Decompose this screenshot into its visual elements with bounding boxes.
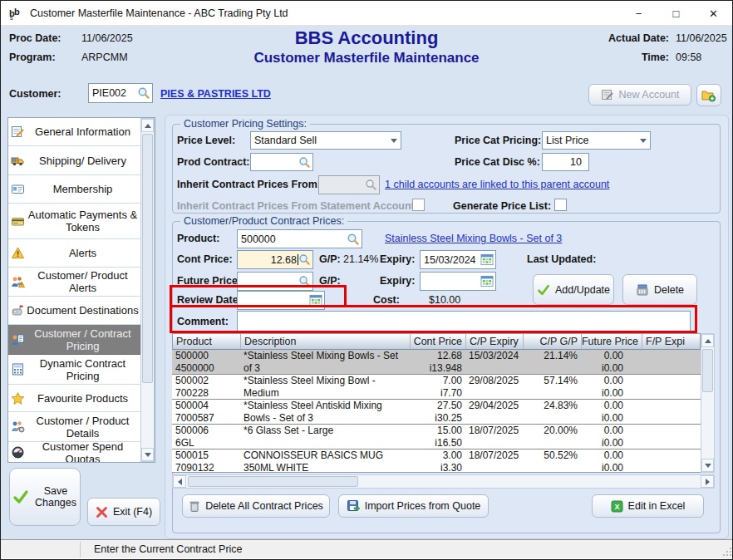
- sidebar-item-label: General Information: [27, 125, 140, 138]
- review-date-input[interactable]: [237, 291, 325, 310]
- sidebar-scrollbar[interactable]: [140, 118, 155, 462]
- sidebar-item-customer-product-alerts[interactable]: Customer/ Product Alerts: [8, 268, 140, 297]
- close-button[interactable]: ✕: [695, 1, 732, 26]
- scroll-up-arrow-icon[interactable]: [141, 119, 154, 132]
- inherit-statement-checkbox[interactable]: [412, 199, 425, 211]
- window-title: Customer Masterfile Maintenance - ABC Tr…: [30, 7, 288, 19]
- table-horizontal-scrollbar[interactable]: [172, 474, 715, 489]
- column-header-cp-gp[interactable]: C/P G/P: [524, 334, 582, 349]
- sidebar-item-favourite-products[interactable]: Favourite Products: [8, 385, 140, 412]
- table-row[interactable]: 5000066GL *6 Glass Set - Large 15.00i16.…: [172, 425, 701, 449]
- child-accounts-link[interactable]: 1 child accounts are linked to this pare…: [385, 179, 609, 190]
- app-logo-icon: b b s: [8, 6, 23, 21]
- sidebar-item-customer-product-details[interactable]: Customer / Product Details: [8, 412, 140, 442]
- prod-contract-input[interactable]: [250, 153, 313, 171]
- sidebar-item-shipping-delivery[interactable]: Shipping/ Delivery: [8, 146, 140, 175]
- maximize-button[interactable]: □: [657, 1, 695, 26]
- column-header-product[interactable]: Product: [173, 334, 241, 349]
- price-cat-pricing-select[interactable]: List Price: [542, 131, 651, 150]
- product-input[interactable]: 500000: [237, 229, 362, 248]
- contract-prices-legend: Customer/Product Contract Prices:: [180, 215, 347, 227]
- future-expiry-input[interactable]: [420, 272, 496, 291]
- sidebar-item-customer-contract-pricing[interactable]: Customer / Contract Pricing: [8, 325, 140, 355]
- scroll-left-arrow-icon[interactable]: [173, 475, 186, 488]
- app-window: b b s Customer Masterfile Maintenance - …: [0, 0, 733, 560]
- chevron-down-icon: [391, 139, 397, 143]
- expiry-label: Expiry:: [380, 253, 415, 265]
- comment-input[interactable]: [237, 311, 691, 332]
- cont-price-input[interactable]: 12.68: [237, 250, 313, 269]
- inherit-statement-label: Inherit Contract Prices From Statement A…: [177, 200, 418, 212]
- add-update-button[interactable]: Add/Update: [533, 274, 614, 305]
- minimize-button[interactable]: −: [620, 1, 657, 26]
- cell-fp-expiry: [642, 425, 699, 449]
- cell-cp-expiry: 29/08/2025: [465, 375, 523, 399]
- customer-spend-quotas-icon: [11, 445, 25, 459]
- inherit-contract-from-input[interactable]: [318, 175, 380, 194]
- dynamic-contract-pricing-icon: [11, 362, 25, 376]
- prod-contract-lookup-icon[interactable]: [298, 156, 311, 169]
- new-account-button[interactable]: New Account: [588, 84, 691, 106]
- sidebar-item-label: Customer/ Product Alerts: [27, 269, 140, 294]
- table-row[interactable]: 500002700228 *Stainless Steel Mixing Bow…: [172, 375, 701, 400]
- svg-text:s: s: [10, 15, 13, 21]
- column-header-cont-price[interactable]: Cont Price: [411, 334, 466, 349]
- sidebar-item-document-destinations[interactable]: Document Destinations: [8, 297, 140, 325]
- scroll-up-arrow-icon[interactable]: [701, 334, 714, 347]
- cell-future-price: 0.00i0.00: [581, 425, 642, 449]
- expiry-input[interactable]: 15/03/2024: [420, 250, 496, 269]
- add-customer-folder-button[interactable]: [696, 84, 721, 106]
- calendar-icon[interactable]: [309, 294, 322, 307]
- import-prices-from-quote-button[interactable]: Import Prices from Quote: [338, 494, 489, 518]
- price-cat-disc-input[interactable]: 10: [542, 153, 589, 171]
- cell-cp-expiry: 18/07/2025: [465, 449, 523, 472]
- sidebar-item-dynamic-contract-pricing[interactable]: Dynamic Contract Pricing: [8, 355, 140, 385]
- scroll-down-arrow-icon[interactable]: [701, 459, 714, 472]
- calendar-icon[interactable]: [480, 275, 494, 287]
- cell-fp-expiry: [642, 400, 699, 424]
- table-row[interactable]: 5000047000587 *Stainless Steel Antiskid …: [172, 400, 701, 425]
- sidebar-item-customer-spend-quotas[interactable]: Customer Spend Quotas: [8, 442, 140, 463]
- table-row[interactable]: 5000157090132 CONNOISSEUR BASICS MUG350M…: [172, 449, 701, 473]
- customer-name-link[interactable]: PIES & PASTRIES LTD: [160, 88, 271, 100]
- customer-lookup-icon[interactable]: [137, 86, 150, 100]
- product-name-link[interactable]: Stainless Steel Mixing Bowls - Set of 3: [385, 233, 562, 244]
- column-header-description[interactable]: Description: [241, 334, 411, 349]
- resize-grip-icon[interactable]: [722, 547, 732, 557]
- save-changes-button[interactable]: Save Changes: [9, 468, 81, 526]
- sidebar-item-alerts[interactable]: Alerts: [8, 239, 140, 268]
- sidebar-item-membership[interactable]: Membership: [8, 175, 140, 204]
- cont-price-lookup-icon[interactable]: [298, 253, 311, 266]
- customer-code-value: PIE002: [92, 87, 137, 99]
- generate-price-list-checkbox[interactable]: [554, 199, 567, 211]
- product-lookup-icon[interactable]: [347, 233, 360, 246]
- scrollbar-thumb[interactable]: [702, 349, 713, 392]
- inherit-lookup-icon[interactable]: [365, 179, 377, 191]
- sidebar-item-general-information[interactable]: General Information: [8, 118, 140, 146]
- future-price-input[interactable]: [237, 272, 313, 291]
- status-separator: [80, 542, 81, 558]
- calendar-icon[interactable]: [480, 253, 494, 266]
- exit-button[interactable]: Exit (F4): [87, 498, 160, 526]
- chevron-down-icon: [640, 139, 647, 143]
- scroll-right-arrow-icon[interactable]: [701, 475, 714, 488]
- column-header-future-price[interactable]: Future Price: [582, 334, 642, 349]
- price-level-select[interactable]: Standard Sell: [250, 131, 401, 150]
- exit-label: Exit (F4): [113, 506, 152, 518]
- table-row[interactable]: 5000004500000 *Stainless Steel Mixing Bo…: [172, 350, 701, 375]
- scrollbar-thumb[interactable]: [188, 476, 358, 487]
- delete-button[interactable]: Delete: [622, 274, 697, 305]
- column-header-fp-expiry[interactable]: F/P Expi: [642, 334, 700, 349]
- column-header-cp-expiry[interactable]: C/P Expiry: [466, 334, 524, 349]
- customer-contract-pricing-icon: [11, 332, 25, 346]
- delete-all-contract-prices-button[interactable]: Delete All Contract Prices: [182, 494, 330, 518]
- cell-cp-gp: 57.14%: [523, 375, 581, 399]
- scrollbar-thumb[interactable]: [142, 134, 153, 383]
- table-vertical-scrollbar[interactable]: [701, 333, 715, 473]
- future-price-lookup-icon[interactable]: [298, 275, 311, 287]
- import-quote-label: Import Prices from Quote: [365, 500, 481, 512]
- scroll-down-arrow-icon[interactable]: [141, 448, 154, 461]
- edit-in-excel-button[interactable]: X Edit in Excel: [592, 494, 704, 518]
- customer-code-input[interactable]: PIE002: [88, 83, 153, 103]
- sidebar-item-automatic-payments[interactable]: Automatic Payments & Tokens: [8, 204, 140, 239]
